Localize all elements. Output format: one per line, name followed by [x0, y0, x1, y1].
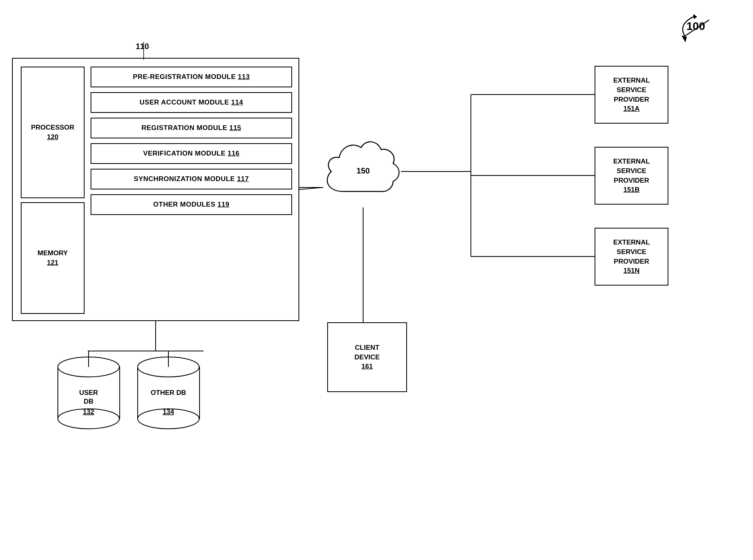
svg-marker-2: [693, 14, 697, 19]
module-name-119: OTHER MODULES: [153, 201, 217, 208]
module-box-114: USER ACCOUNT MODULE 114: [91, 92, 292, 113]
svg-text:DB: DB: [84, 398, 94, 405]
other-db-shape: OTHER DB 134: [134, 351, 206, 431]
svg-line-0: [685, 20, 709, 36]
module-ref-114: 114: [231, 99, 243, 106]
svg-marker-1: [682, 34, 689, 42]
processor-box: PROCESSOR 120: [21, 67, 85, 198]
modules-area: PRE-REGISTRATION MODULE 113USER ACCOUNT …: [91, 67, 292, 215]
module-box-116: VERIFICATION MODULE 116: [91, 143, 292, 164]
cloud-shape: 150: [319, 132, 407, 207]
esp-2-ref: 151B: [623, 185, 640, 195]
module-name-117: SYNCHRONIZATION MODULE: [134, 175, 237, 183]
module-ref-117: 117: [237, 175, 249, 183]
module-box-113: PRE-REGISTRATION MODULE 113: [91, 67, 292, 87]
svg-text:132: 132: [83, 408, 94, 416]
main-system-box: PROCESSOR 120 MEMORY 121 PRE-REGISTRATIO…: [12, 58, 299, 321]
processor-name: PROCESSOR: [31, 123, 75, 132]
arrow-100-icon: [673, 12, 721, 44]
client-device-box: CLIENTDEVICE 161: [327, 322, 407, 392]
module-ref-115: 115: [229, 124, 241, 132]
esp-box-1: EXTERNALSERVICEPROVIDER 151A: [595, 66, 668, 124]
memory-ref: 121: [47, 258, 58, 268]
module-ref-116: 116: [227, 150, 239, 157]
label-110-line: [128, 40, 160, 62]
memory-box: MEMORY 121: [21, 202, 85, 314]
module-ref-113: 113: [238, 73, 250, 81]
svg-point-5: [58, 357, 119, 377]
esp-3-name: EXTERNALSERVICEPROVIDER: [613, 238, 650, 266]
esp-box-2: EXTERNALSERVICEPROVIDER 151B: [595, 147, 668, 205]
processor-ref: 120: [47, 132, 58, 142]
module-name-115: REGISTRATION MODULE: [141, 124, 229, 132]
svg-text:OTHER DB: OTHER DB: [151, 389, 186, 396]
svg-text:USER: USER: [79, 389, 98, 396]
module-box-119: OTHER MODULES 119: [91, 194, 292, 215]
user-db-shape: USER DB 132: [54, 351, 126, 431]
esp-1-name: EXTERNALSERVICEPROVIDER: [613, 76, 650, 104]
module-name-113: PRE-REGISTRATION MODULE: [133, 73, 238, 81]
svg-text:150: 150: [356, 166, 370, 175]
esp-1-ref: 151A: [623, 104, 640, 114]
module-box-115: REGISTRATION MODULE 115: [91, 118, 292, 138]
svg-text:134: 134: [163, 408, 174, 416]
module-name-114: USER ACCOUNT MODULE: [140, 99, 231, 106]
client-device-ref: 161: [362, 362, 373, 371]
module-name-116: VERIFICATION MODULE: [143, 150, 228, 157]
esp-2-name: EXTERNALSERVICEPROVIDER: [613, 157, 650, 185]
module-box-117: SYNCHRONIZATION MODULE 117: [91, 169, 292, 189]
client-device-name: CLIENTDEVICE: [354, 343, 379, 362]
module-ref-119: 119: [217, 201, 229, 208]
esp-3-ref: 151N: [623, 266, 640, 276]
memory-name: MEMORY: [38, 248, 68, 258]
esp-box-3: EXTERNALSERVICEPROVIDER 151N: [595, 228, 668, 286]
svg-point-11: [138, 357, 199, 377]
